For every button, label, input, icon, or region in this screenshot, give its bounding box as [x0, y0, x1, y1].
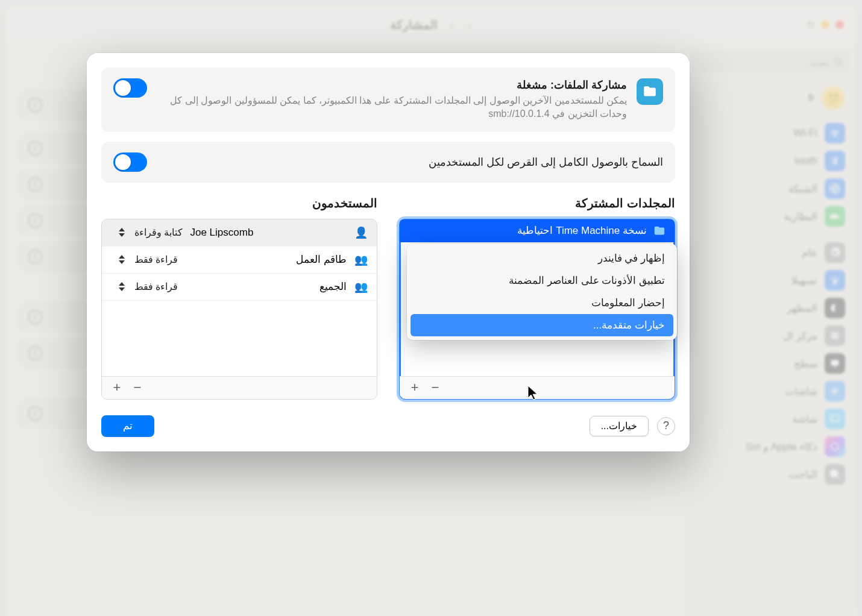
folders-list-footer: + − — [400, 376, 675, 399]
add-folder-button[interactable]: + — [406, 380, 424, 395]
user-name: Joe Lipscomb — [190, 227, 347, 239]
remove-folder-button[interactable]: − — [426, 380, 444, 395]
person-icon: 👤 — [354, 226, 368, 239]
folder-icon — [653, 224, 666, 237]
file-sharing-title: مشاركة الملفات: مشغلة — [157, 78, 627, 92]
help-button[interactable]: ? — [657, 417, 675, 435]
remove-user-button[interactable]: − — [128, 380, 146, 395]
user-row[interactable]: 👤 Joe Lipscomb كتابة وقراءة — [102, 219, 377, 247]
columns: المجلدات المشتركة نسخة Time Machine احتي… — [101, 196, 675, 400]
user-name: طاقم العمل — [185, 253, 347, 266]
file-sharing-description: يمكن للمستخدمين الآخرين الوصول إلى المجل… — [157, 94, 627, 121]
full-disk-section: السماح بالوصول الكامل إلى القرص لكل المس… — [101, 142, 675, 183]
done-button[interactable]: تم — [101, 415, 154, 437]
full-disk-label: السماح بالوصول الكامل إلى القرص لكل المس… — [429, 156, 663, 169]
folders-heading: المجلدات المشتركة — [399, 196, 675, 210]
menu-advanced-options[interactable]: خيارات متقدمة... — [411, 314, 673, 336]
users-list[interactable]: 👤 Joe Lipscomb كتابة وقراءة 👥 طاقم العمل… — [101, 219, 377, 400]
permission-stepper[interactable] — [116, 225, 127, 240]
users-heading: المستخدمون — [101, 196, 377, 210]
permission-stepper[interactable] — [116, 280, 127, 294]
permission-label: كتابة وقراءة — [134, 227, 183, 238]
user-row[interactable]: 👥 الجميع قراءة فقط — [102, 274, 377, 301]
folder-name: نسخة Time Machine احتياطية — [517, 224, 647, 237]
full-disk-toggle[interactable] — [113, 152, 147, 172]
shared-folders-list[interactable]: نسخة Time Machine احتياطية إظهار في فاين… — [399, 219, 675, 400]
group-icon: 👥 — [354, 253, 368, 266]
file-sharing-icon — [637, 78, 663, 105]
folders-column: المجلدات المشتركة نسخة Time Machine احتي… — [399, 196, 675, 400]
users-column: المستخدمون 👤 Joe Lipscomb كتابة وقراءة 👥… — [101, 196, 377, 400]
user-name: الجميع — [185, 280, 347, 293]
options-button[interactable]: خيارات... — [590, 416, 649, 436]
menu-apply-permissions[interactable]: تطبيق الأذونات على العناصر المضمنة — [411, 269, 673, 292]
context-menu: إظهار في فايندر تطبيق الأذونات على العنا… — [407, 244, 677, 340]
add-user-button[interactable]: + — [108, 380, 126, 395]
modal-footer: ? خيارات... تم — [101, 415, 675, 437]
menu-show-in-finder[interactable]: إظهار في فايندر — [411, 247, 673, 269]
file-sharing-section: مشاركة الملفات: مشغلة يمكن للمستخدمين ال… — [101, 68, 675, 132]
everyone-icon: 👥 — [354, 280, 368, 294]
folder-row-selected[interactable]: نسخة Time Machine احتياطية — [400, 219, 675, 242]
permission-stepper[interactable] — [116, 253, 127, 267]
permission-label: قراءة فقط — [134, 281, 178, 292]
file-sharing-sheet: مشاركة الملفات: مشغلة يمكن للمستخدمين ال… — [87, 53, 690, 451]
users-list-footer: + − — [102, 376, 377, 399]
permission-label: قراءة فقط — [134, 254, 178, 265]
menu-get-info[interactable]: إحضار المعلومات — [411, 292, 673, 314]
user-row[interactable]: 👥 طاقم العمل قراءة فقط — [102, 247, 377, 274]
file-sharing-toggle[interactable] — [113, 78, 147, 98]
